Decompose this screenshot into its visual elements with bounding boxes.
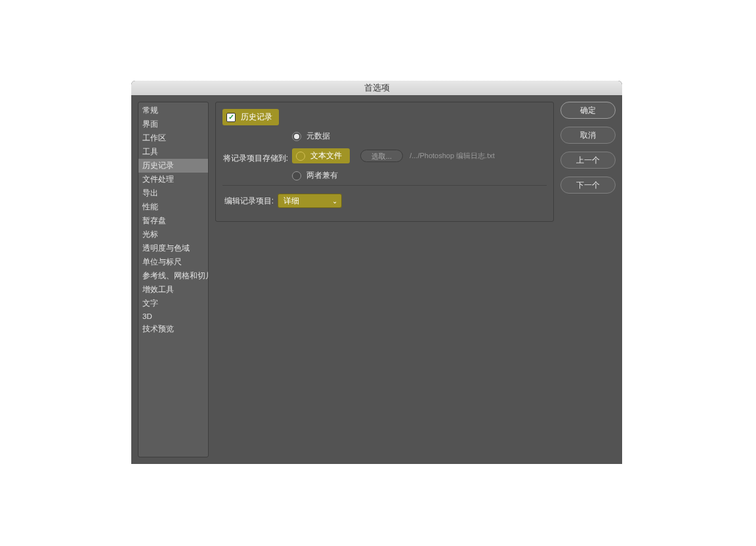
edit-items-select[interactable]: 详细 ⌄ — [278, 194, 342, 208]
sidebar-item-tech-preview[interactable]: 技术预览 — [138, 322, 208, 336]
cancel-button[interactable]: 取消 — [560, 127, 616, 144]
check-icon: ✓ — [226, 113, 236, 122]
edit-items-label: 编辑记录项目: — [222, 196, 274, 207]
log-path: /.../Photoshop 编辑日志.txt — [410, 151, 495, 161]
sidebar-item-label: 性能 — [142, 203, 158, 211]
radio-icon — [296, 152, 305, 161]
radio-metadata[interactable]: 元数据 — [292, 131, 495, 142]
radio-textfile[interactable]: 文本文件 — [292, 148, 350, 163]
sidebar-item-label: 技术预览 — [142, 325, 174, 333]
sidebar-item-interface[interactable]: 界面 — [138, 117, 208, 131]
sidebar-item-units[interactable]: 单位与标尺 — [138, 255, 208, 269]
sidebar-item-tools[interactable]: 工具 — [138, 145, 208, 159]
sidebar-item-history-log[interactable]: 历史记录 — [138, 159, 208, 173]
sidebar-item-label: 暂存盘 — [142, 217, 166, 224]
sidebar-item-label: 界面 — [142, 120, 158, 128]
sidebar-item-scratch[interactable]: 暂存盘 — [138, 214, 208, 228]
preferences-dialog: 首选项 常规 界面 工作区 工具 历史记录 文件处理 导出 性能 暂存盘 光标 … — [131, 81, 622, 464]
sidebar-item-export[interactable]: 导出 — [138, 186, 208, 200]
button-column: 确定 取消 上一个 下一个 — [560, 102, 616, 457]
chevron-down-icon: ⌄ — [332, 198, 337, 205]
sidebar-item-label: 单位与标尺 — [142, 258, 182, 266]
sidebar-item-label: 历史记录 — [142, 161, 174, 169]
sidebar-item-3d[interactable]: 3D — [138, 310, 208, 322]
sidebar-item-transparency[interactable]: 透明度与色域 — [138, 242, 208, 255]
history-log-panel: ✓ 历史记录 将记录项目存储到: 元数据 — [215, 102, 554, 222]
sidebar-item-label: 参考线、网格和切片 — [142, 272, 209, 280]
radio-icon — [292, 132, 301, 141]
history-log-checkbox-label: 历史记录 — [241, 112, 272, 123]
radio-textfile-label: 文本文件 — [310, 150, 342, 161]
radio-both-label: 两者兼有 — [306, 170, 338, 181]
save-to-label: 将记录项目存储到: — [222, 131, 288, 164]
sidebar-item-label: 光标 — [142, 230, 158, 238]
sidebar-item-workspace[interactable]: 工作区 — [138, 131, 208, 145]
sidebar-item-file-handling[interactable]: 文件处理 — [138, 173, 208, 186]
prev-button[interactable]: 上一个 — [560, 152, 616, 169]
sidebar-item-cursors[interactable]: 光标 — [138, 228, 208, 242]
radio-metadata-label: 元数据 — [306, 131, 330, 142]
sidebar-item-plugins[interactable]: 增效工具 — [138, 283, 208, 297]
sidebar-item-label: 文件处理 — [142, 175, 174, 183]
sidebar-item-general[interactable]: 常规 — [138, 104, 208, 117]
sidebar-item-label: 3D — [142, 312, 152, 320]
category-sidebar: 常规 界面 工作区 工具 历史记录 文件处理 导出 性能 暂存盘 光标 透明度与… — [138, 102, 209, 457]
ok-button[interactable]: 确定 — [560, 102, 616, 119]
radio-both[interactable]: 两者兼有 — [292, 170, 495, 181]
sidebar-item-type[interactable]: 文字 — [138, 297, 208, 310]
sidebar-item-label: 增效工具 — [142, 285, 174, 293]
sidebar-item-label: 工作区 — [142, 134, 166, 142]
choose-button[interactable]: 选取... — [360, 150, 403, 162]
sidebar-item-label: 常规 — [142, 106, 158, 114]
divider — [222, 185, 547, 186]
sidebar-item-label: 透明度与色域 — [142, 244, 190, 252]
next-button[interactable]: 下一个 — [560, 177, 616, 194]
sidebar-item-guides[interactable]: 参考线、网格和切片 — [138, 269, 208, 283]
dialog-titlebar: 首选项 — [131, 81, 622, 95]
sidebar-item-performance[interactable]: 性能 — [138, 200, 208, 214]
sidebar-item-label: 导出 — [142, 189, 158, 197]
edit-items-value: 详细 — [284, 196, 299, 207]
sidebar-item-label: 文字 — [142, 299, 158, 307]
history-log-checkbox[interactable]: ✓ 历史记录 — [222, 109, 279, 125]
radio-icon — [292, 171, 301, 180]
sidebar-item-label: 工具 — [142, 148, 158, 156]
dialog-title: 首选项 — [364, 82, 390, 94]
